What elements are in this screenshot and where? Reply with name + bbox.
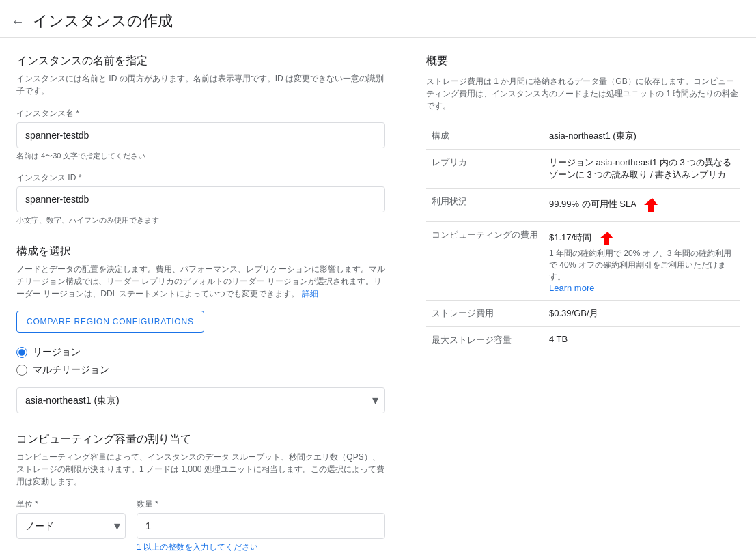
unit-select[interactable]: ノード処理ユニット <box>16 513 126 539</box>
summary-row-label: 利用状況 <box>426 189 544 222</box>
instance-name-title: インスタンスの名前を指定 <box>16 54 385 68</box>
quantity-label: 数量 * <box>137 499 385 510</box>
summary-panel: 概要 ストレージ費用は 1 か月間に格納されるデータ量（GB）に依存します。コン… <box>426 54 740 558</box>
radio-multiregion-input[interactable] <box>16 365 27 376</box>
summary-title: 概要 <box>426 54 740 68</box>
config-desc-link[interactable]: 詳細 <box>302 289 318 298</box>
summary-row-value: 4 TB <box>544 327 740 354</box>
configuration-radio-group: リージョン マルチリージョン <box>16 346 385 376</box>
summary-row: コンピューティングの費用$1.17/時間 1 年間の確約利用で 20% オフ、3… <box>426 222 740 301</box>
red-arrow-icon <box>594 229 616 248</box>
radio-multiregion-label: マルチリージョン <box>33 364 109 376</box>
summary-row-value: asia-northeast1 (東京) <box>544 123 740 150</box>
summary-row-label: 最大ストレージ容量 <box>426 327 544 354</box>
quantity-hint: 1 以上の整数を入力してください <box>137 542 385 553</box>
back-button[interactable]: ← <box>11 14 25 29</box>
summary-row: ストレージ費用$0.39/GB/月 <box>426 301 740 327</box>
summary-row-value: $1.17/時間 1 年間の確約利用で 20% オフ、3 年間の確約利用で 40… <box>544 222 740 301</box>
red-arrow-icon-avail <box>639 195 660 214</box>
instance-name-input[interactable] <box>16 122 385 148</box>
summary-row: 利用状況99.99% の可用性 SLA <box>426 189 740 222</box>
summary-row: 最大ストレージ容量4 TB <box>426 327 740 354</box>
svg-marker-0 <box>644 198 658 212</box>
learn-more-link[interactable]: Learn more <box>549 283 594 293</box>
summary-row-value: リージョン asia-northeast1 内の 3 つの異なるゾーンに 3 つ… <box>544 150 740 189</box>
instance-id-label: インスタンス ID * <box>16 172 385 184</box>
summary-row-label: レプリカ <box>426 150 544 189</box>
instance-name-hint: 名前は 4〜30 文字で指定してください <box>16 151 385 161</box>
instance-name-label: インスタンス名 * <box>16 108 385 120</box>
instance-id-hint: 小文字、数字、ハイフンのみ使用できます <box>16 215 385 225</box>
config-section: 構成を選択 ノードとデータの配置を決定します。費用、パフォーマンス、レプリケーシ… <box>16 245 385 413</box>
capacity-desc: コンピューティング容量によって、インスタンスのデータ スループット、秒間クエリ数… <box>16 451 385 488</box>
instance-name-group: インスタンス名 * 名前は 4〜30 文字で指定してください <box>16 108 385 161</box>
unit-label: 単位 * <box>16 499 126 510</box>
region-select-wrapper: asia-northeast1 (東京)us-central1 (アイオワ)eu… <box>16 387 385 413</box>
instance-id-input[interactable] <box>16 186 385 212</box>
radio-region-label: リージョン <box>33 346 81 359</box>
summary-row-label: 構成 <box>426 123 544 150</box>
summary-row-label: コンピューティングの費用 <box>426 222 544 301</box>
config-desc: ノードとデータの配置を決定します。費用、パフォーマンス、レプリケーションに影響し… <box>16 263 385 300</box>
unit-group: 単位 * ノード処理ユニット ▾ <box>16 499 126 539</box>
page-header: ← インスタンスの作成 <box>0 0 756 38</box>
radio-multiregion[interactable]: マルチリージョン <box>16 364 385 376</box>
capacity-section: コンピューティング容量の割り当て コンピューティング容量によって、インスタンスの… <box>16 432 385 553</box>
summary-table: 構成asia-northeast1 (東京)レプリカリージョン asia-nor… <box>426 123 740 353</box>
compare-region-button[interactable]: COMPARE REGION CONFIGURATIONS <box>16 311 204 333</box>
page-title: インスタンスの作成 <box>33 11 173 31</box>
summary-row-label: ストレージ費用 <box>426 301 544 327</box>
quantity-group: 数量 * 1 以上の整数を入力してください <box>137 499 385 553</box>
summary-desc: ストレージ費用は 1 か月間に格納されるデータ量（GB）に依存します。コンピュー… <box>426 75 740 112</box>
svg-marker-1 <box>600 232 613 245</box>
instance-id-group: インスタンス ID * 小文字、数字、ハイフンのみ使用できます <box>16 172 385 225</box>
instance-name-section: インスタンスの名前を指定 インスタンスには名前と ID の両方があります。名前は… <box>16 54 385 225</box>
quantity-input[interactable] <box>137 513 385 539</box>
summary-row-value: 99.99% の可用性 SLA <box>544 189 740 222</box>
capacity-title: コンピューティング容量の割り当て <box>16 432 385 447</box>
radio-region-input[interactable] <box>16 347 27 358</box>
summary-row-value: $0.39/GB/月 <box>544 301 740 327</box>
instance-name-desc: インスタンスには名前と ID の両方があります。名前は表示専用です。ID は変更… <box>16 72 385 97</box>
capacity-inputs-row: 単位 * ノード処理ユニット ▾ 数量 * 1 以上の整数を入力してください <box>16 499 385 553</box>
region-select[interactable]: asia-northeast1 (東京)us-central1 (アイオワ)eu… <box>16 387 385 413</box>
summary-row: レプリカリージョン asia-northeast1 内の 3 つの異なるゾーンに… <box>426 150 740 189</box>
summary-row: 構成asia-northeast1 (東京) <box>426 123 740 150</box>
config-title: 構成を選択 <box>16 245 385 259</box>
unit-select-wrapper: ノード処理ユニット ▾ <box>16 513 126 539</box>
radio-region[interactable]: リージョン <box>16 346 385 359</box>
